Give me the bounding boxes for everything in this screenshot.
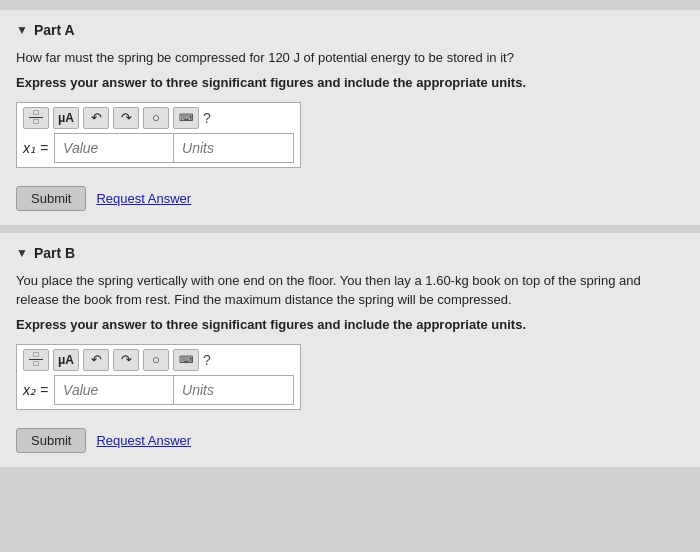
mu-button-b[interactable]: μA [53, 349, 79, 371]
redo-button-a[interactable]: ↷ [113, 107, 139, 129]
part-b-title: Part B [34, 245, 75, 261]
part-b-input-row: x₂ = [23, 375, 294, 405]
undo-button-b[interactable]: ↶ [83, 349, 109, 371]
mu-button-a[interactable]: μA [53, 107, 79, 129]
part-b-instruction: Express your answer to three significant… [16, 316, 684, 334]
part-b-btn-row: Submit Request Answer [16, 428, 684, 453]
help-icon-b[interactable]: ? [203, 352, 211, 368]
keyboard-button-a[interactable]: ⌨ [173, 107, 199, 129]
part-b-section: ▼ Part B You place the spring vertically… [0, 233, 700, 467]
part-a-btn-row: Submit Request Answer [16, 186, 684, 211]
main-container: ▼ Part A How far must the spring be comp… [0, 0, 700, 485]
fraction-button-b[interactable]: □ □ [23, 349, 49, 371]
part-b-value-input[interactable] [54, 375, 174, 405]
part-a-request-answer-button[interactable]: Request Answer [96, 191, 191, 206]
part-a-input-row: x₁ = [23, 133, 294, 163]
refresh-button-a[interactable]: ○ [143, 107, 169, 129]
part-a-instruction: Express your answer to three significant… [16, 74, 684, 92]
refresh-button-b[interactable]: ○ [143, 349, 169, 371]
part-a-x-label: x₁ = [23, 140, 48, 156]
keyboard-button-b[interactable]: ⌨ [173, 349, 199, 371]
part-a-submit-button[interactable]: Submit [16, 186, 86, 211]
part-b-collapse-arrow[interactable]: ▼ [16, 246, 28, 260]
part-a-question: How far must the spring be compressed fo… [16, 48, 684, 68]
part-b-submit-button[interactable]: Submit [16, 428, 86, 453]
part-b-units-input[interactable] [174, 375, 294, 405]
redo-button-b[interactable]: ↷ [113, 349, 139, 371]
part-a-answer-box: □ □ μA ↶ ↷ ○ ⌨ ? [16, 102, 301, 168]
undo-button-a[interactable]: ↶ [83, 107, 109, 129]
part-b-header: ▼ Part B [16, 245, 684, 261]
part-a-header: ▼ Part A [16, 22, 684, 38]
part-a-value-input[interactable] [54, 133, 174, 163]
part-b-question: You place the spring vertically with one… [16, 271, 684, 310]
part-a-toolbar: □ □ μA ↶ ↷ ○ ⌨ ? [23, 107, 294, 129]
part-b-answer-box: □ □ μA ↶ ↷ ○ ⌨ ? [16, 344, 301, 410]
part-a-collapse-arrow[interactable]: ▼ [16, 23, 28, 37]
part-a-section: ▼ Part A How far must the spring be comp… [0, 10, 700, 225]
fraction-button-a[interactable]: □ □ [23, 107, 49, 129]
part-b-x-label: x₂ = [23, 382, 48, 398]
part-b-toolbar: □ □ μA ↶ ↷ ○ ⌨ ? [23, 349, 294, 371]
part-b-request-answer-button[interactable]: Request Answer [96, 433, 191, 448]
part-a-title: Part A [34, 22, 75, 38]
help-icon-a[interactable]: ? [203, 110, 211, 126]
part-a-units-input[interactable] [174, 133, 294, 163]
